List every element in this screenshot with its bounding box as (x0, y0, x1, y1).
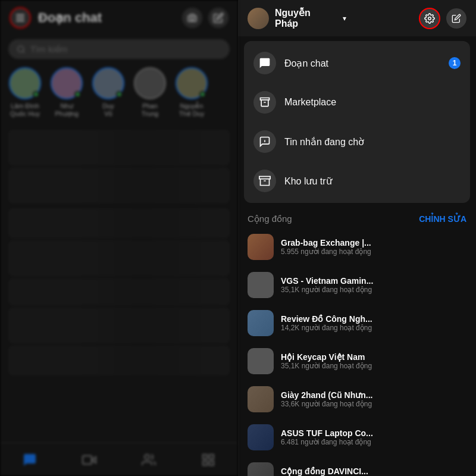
archive-icon (259, 175, 271, 187)
story-avatar (51, 67, 83, 99)
section-title: Cộng đồng (248, 214, 292, 224)
community-info: Review Đồ Công Ngh... 14,2K người đang h… (281, 314, 466, 332)
community-avatar (248, 348, 274, 374)
blurred-chat-row (8, 278, 230, 305)
nav-people-icon[interactable] (140, 452, 157, 468)
grid-nav-icon (201, 453, 215, 467)
menu-item-kho-luu-tru[interactable]: Kho lưu trữ (244, 161, 470, 201)
left-bottom-nav (0, 443, 238, 476)
menu-item-doan-chat[interactable]: Đoạn chat 1 (244, 43, 470, 83)
right-header: Nguyễn Pháp ▾ (238, 0, 476, 36)
video-nav-icon (82, 453, 96, 467)
nav-grid-icon[interactable] (200, 452, 217, 468)
search-bar[interactable] (8, 39, 230, 59)
svg-line-2 (23, 51, 24, 52)
community-name: Hội Keycap Việt Nam (281, 352, 466, 362)
menu-item-icon-waiting (253, 130, 276, 153)
community-item[interactable]: VGS - Vietnam Gamin... 35,1K người đang … (244, 266, 470, 304)
story-item[interactable]: NguyễnThế Duy (175, 67, 208, 118)
blurred-chat-row (8, 208, 230, 238)
community-item[interactable]: Grab-bag Exchange |... 5.955 người đang … (244, 228, 470, 266)
chat-badge: 1 (449, 57, 461, 69)
community-members: 35,1K người đang hoạt động (281, 286, 466, 294)
section-edit-button[interactable]: CHỈNH SỬA (419, 214, 466, 224)
svg-rect-4 (83, 456, 92, 464)
community-members: 5.955 người đang hoạt động (281, 248, 466, 256)
menu-item-label-chat: Đoạn chat (284, 58, 440, 69)
menu-item-icon-archive (253, 170, 276, 192)
left-header-icons (182, 8, 228, 28)
community-name: Grab-bag Exchange |... (281, 238, 466, 248)
story-item[interactable]: NhưPhượng (50, 67, 83, 118)
chat-list (0, 125, 238, 443)
story-name: NguyễnThế Duy (179, 102, 204, 118)
svg-rect-6 (203, 455, 207, 459)
blurred-chat-row (8, 308, 230, 343)
chevron-down-icon[interactable]: ▾ (343, 14, 346, 23)
left-panel: Đoạn chat Lâ (0, 0, 238, 476)
community-members: 14,2K người đang hoạt động (281, 324, 466, 332)
user-name-header: Nguyễn Pháp (275, 7, 336, 29)
store-icon (259, 96, 271, 108)
blurred-chat-row (8, 168, 230, 203)
community-item[interactable]: Hội Keycap Việt Nam 35,1K người đang hoạ… (244, 342, 470, 380)
community-name: Cộng đồng DAVINCI... (281, 466, 466, 476)
svg-rect-8 (203, 461, 207, 465)
community-list: Grab-bag Exchange |... 5.955 người đang … (238, 228, 476, 476)
chat-bubble-icon (259, 57, 271, 69)
compose-button-left[interactable] (208, 8, 228, 28)
community-info: Grab-bag Exchange |... 5.955 người đang … (281, 238, 466, 256)
menu-button[interactable] (10, 7, 31, 29)
svg-rect-9 (209, 461, 214, 465)
community-name: Giày 2hand (Cũ Nhưn... (281, 390, 466, 400)
menu-item-icon-marketplace (253, 91, 276, 114)
community-members: 6.481 người đang hoạt động (281, 438, 466, 446)
community-avatar (248, 462, 274, 476)
menu-item-tin-nhan[interactable]: Tin nhắn đang chờ (244, 122, 470, 161)
community-avatar (248, 272, 274, 298)
left-panel-title: Đoạn chat (38, 10, 175, 26)
community-info: VGS - Vietnam Gamin... 35,1K người đang … (281, 276, 466, 294)
community-info: Cộng đồng DAVINCI... 7.337 người đang ho… (281, 466, 466, 476)
story-avatar (9, 67, 41, 99)
right-panel: Nguyễn Pháp ▾ Đoạn chat 1 (238, 0, 476, 476)
community-info: ASUS TUF Laptop Co... 6.481 người đang h… (281, 428, 466, 446)
community-members: 35,1K người đang hoạt động (281, 362, 466, 370)
story-avatar (92, 67, 124, 99)
story-avatar (134, 67, 166, 99)
camera-button[interactable] (182, 8, 202, 28)
blurred-chat-row (8, 240, 230, 276)
nav-chat-icon[interactable] (21, 452, 38, 468)
chat-nav-icon (23, 453, 37, 467)
community-avatar (248, 386, 274, 412)
community-item[interactable]: Cộng đồng DAVINCI... 7.337 người đang ho… (244, 456, 470, 476)
story-name: NhưPhượng (55, 102, 79, 118)
story-item[interactable]: DuyVũ (92, 67, 125, 118)
waiting-chat-icon (259, 136, 271, 148)
dropdown-menu: Đoạn chat 1 Marketplace Tin nhắn đang ch… (244, 41, 470, 203)
community-item[interactable]: Review Đồ Công Ngh... 14,2K người đang h… (244, 304, 470, 342)
stories-row: Lâm ĐìnhQuốc Huy NhưPhượng DuyVũ PhanTru… (0, 65, 238, 125)
community-name: VGS - Vietnam Gamin... (281, 276, 466, 286)
story-item[interactable]: PhanTrung (133, 67, 167, 118)
people-nav-icon (142, 453, 156, 467)
community-avatar (248, 310, 274, 336)
community-item[interactable]: Giày 2hand (Cũ Nhưn... 33,6K người đang … (244, 380, 470, 418)
search-input[interactable] (30, 44, 221, 54)
menu-item-marketplace[interactable]: Marketplace (244, 83, 470, 122)
user-avatar-header (248, 8, 269, 29)
hamburger-icon (16, 14, 24, 21)
story-item[interactable]: Lâm ĐìnhQuốc Huy (8, 67, 42, 118)
community-members: 33,6K người đang hoạt động (281, 400, 466, 408)
svg-point-5 (145, 455, 149, 459)
settings-button[interactable] (419, 8, 440, 29)
svg-point-1 (18, 46, 24, 52)
svg-point-10 (428, 17, 431, 20)
compose-button-right[interactable] (446, 8, 466, 29)
story-avatar (176, 67, 208, 99)
nav-video-icon[interactable] (81, 452, 98, 468)
section-header-community: Cộng đồng CHỈNH SỬA (238, 208, 476, 228)
story-name: DuyVũ (102, 102, 114, 118)
community-item[interactable]: ASUS TUF Laptop Co... 6.481 người đang h… (244, 418, 470, 456)
community-name: Review Đồ Công Ngh... (281, 314, 466, 324)
